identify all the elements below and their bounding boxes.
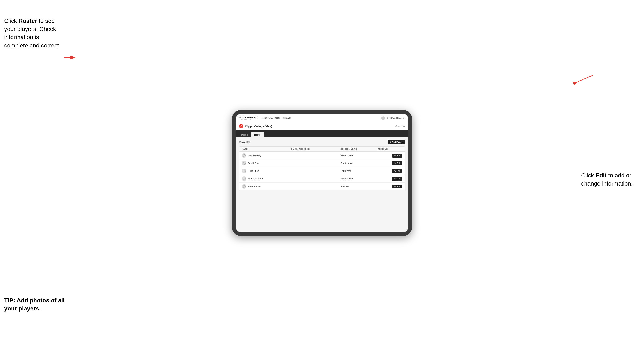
school-year: Fourth Year <box>340 162 378 165</box>
team-name: Clippd College (Men) <box>245 125 272 128</box>
avatar: ◯ <box>242 153 246 158</box>
brand-sub: Powered by clippi <box>239 119 258 120</box>
table-row: ◯ Blair McHarg Second Year ✎ Edit <box>239 152 405 160</box>
roster-arrow <box>64 54 76 61</box>
nav-links: TOURNAMENTS TEAMS <box>262 116 381 120</box>
avatar: ◯ <box>242 169 246 173</box>
players-label: PLAYERS <box>239 141 250 143</box>
actions-cell: ✎ Edit <box>378 169 402 173</box>
school-year: First Year <box>340 185 378 188</box>
avatar: ◯ <box>242 184 246 189</box>
player-name-cell: ◯ David Ford <box>242 161 291 166</box>
player-name-cell: ◯ Blair McHarg <box>242 153 291 158</box>
player-name-cell: ◯ Marcus Turner <box>242 176 291 181</box>
nav-tournaments[interactable]: TOURNAMENTS <box>262 116 280 120</box>
table-row: ◯ Marcus Turner Second Year ✎ Edit <box>239 175 405 183</box>
tablet-frame: SCOREBOARD Powered by clippi TOURNAMENTS… <box>232 110 412 236</box>
col-email: EMAIL ADDRESS <box>291 148 341 150</box>
actions-cell: ✎ Edit <box>378 161 402 165</box>
actions-cell: ✎ Edit <box>378 154 402 158</box>
player-name-cell: ◯ Elliot Ebert <box>242 169 291 173</box>
col-name: NAME <box>242 148 291 150</box>
brand-logo: SCOREBOARD Powered by clippi <box>239 116 258 120</box>
right-instruction: Click Edit to add or change information. <box>581 171 636 188</box>
tab-bar: Details Roster <box>236 130 408 137</box>
edit-button-row1[interactable]: ✎ Edit <box>392 161 402 165</box>
tab-roster[interactable]: Roster <box>251 132 264 137</box>
tablet-screen: SCOREBOARD Powered by clippi TOURNAMENTS… <box>236 114 408 232</box>
school-year: Third Year <box>340 170 378 172</box>
school-year: Second Year <box>340 154 378 157</box>
edit-button-row2[interactable]: ✎ Edit <box>392 169 402 173</box>
cancel-button[interactable]: Cancel ✕ <box>395 125 405 128</box>
nav-teams[interactable]: TEAMS <box>283 116 291 120</box>
left-instruction: Click Roster to see your players. Check … <box>4 17 63 50</box>
player-name: Elliot Ebert <box>248 170 259 172</box>
table-row: ◯ David Ford Fourth Year ✎ Edit <box>239 160 405 167</box>
team-header: C Clippd College (Men) Cancel ✕ <box>236 122 408 130</box>
player-name: David Ford <box>248 162 259 165</box>
team-name-section: C Clippd College (Men) <box>239 124 272 128</box>
player-name: Piers Parnell <box>248 185 261 188</box>
players-section: PLAYERS + Add Player NAME EMAIL ADDRESS … <box>236 137 408 193</box>
table-header: NAME EMAIL ADDRESS SCHOOL YEAR ACTIONS <box>239 147 405 152</box>
content-area: C Clippd College (Men) Cancel ✕ Details … <box>236 122 408 232</box>
actions-cell: ✎ Edit <box>378 184 402 188</box>
user-icon: ◯ <box>243 177 246 180</box>
tab-details[interactable]: Details <box>238 132 251 137</box>
user-avatar-icon <box>381 116 385 120</box>
brand-name: SCOREBOARD <box>239 116 258 119</box>
players-table: NAME EMAIL ADDRESS SCHOOL YEAR ACTIONS ◯… <box>239 147 405 190</box>
players-header: PLAYERS + Add Player <box>239 140 405 144</box>
col-school-year: SCHOOL YEAR <box>340 148 378 150</box>
user-icon: ◯ <box>243 162 246 165</box>
avatar: ◯ <box>242 161 246 166</box>
avatar: ◯ <box>242 176 246 181</box>
actions-cell: ✎ Edit <box>378 177 402 181</box>
user-icon: ◯ <box>243 185 246 188</box>
player-name: Blair McHarg <box>248 154 262 157</box>
player-name: Marcus Turner <box>248 177 263 180</box>
team-logo: C <box>239 124 243 128</box>
school-year: Second Year <box>340 177 378 180</box>
nav-user-text: Test User | Sign out <box>387 117 405 119</box>
col-actions: ACTIONS <box>378 148 402 150</box>
edit-button-row0[interactable]: ✎ Edit <box>392 154 402 158</box>
nav-bar: SCOREBOARD Powered by clippi TOURNAMENTS… <box>236 114 408 122</box>
table-row: ◯ Elliot Ebert Third Year ✎ Edit <box>239 167 405 175</box>
nav-right: Test User | Sign out <box>381 116 405 120</box>
tip-instruction: TIP: Add photos of all your players. <box>4 296 67 313</box>
player-name-cell: ◯ Piers Parnell <box>242 184 291 189</box>
edit-button-row3[interactable]: ✎ Edit <box>392 177 402 181</box>
user-icon: ◯ <box>243 154 246 157</box>
edit-button-row4[interactable]: ✎ Edit <box>392 184 402 188</box>
svg-line-3 <box>578 75 593 82</box>
user-icon: ◯ <box>243 170 246 172</box>
add-player-button[interactable]: + Add Player <box>388 140 405 144</box>
table-row: ◯ Piers Parnell First Year ✎ Edit <box>239 183 405 190</box>
edit-arrow <box>577 74 594 83</box>
